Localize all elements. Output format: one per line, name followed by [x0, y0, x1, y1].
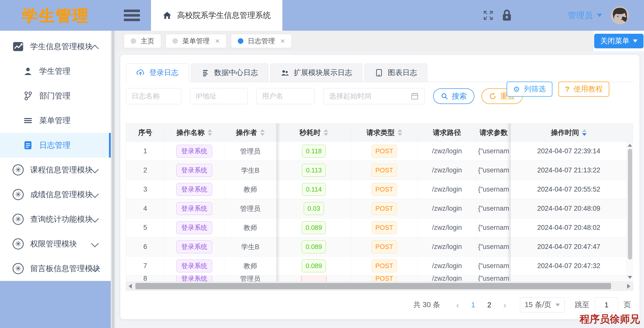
chart-badge-icon [13, 41, 24, 52]
sidebar-group-permission[interactable]: ✳ 权限管理模块 [0, 232, 111, 256]
user-dropdown[interactable]: 管理员 [568, 10, 602, 21]
hamburger-menu-icon[interactable] [124, 10, 140, 21]
cell-method: POST [351, 237, 418, 256]
col-operator[interactable]: 操作者 [224, 124, 277, 141]
table-row[interactable]: 3 登录系统 教师 0.114 POST /zwz/login {"userna… [126, 180, 633, 199]
sidebar-group-score[interactable]: ✳ 成绩信息管理模块 [0, 182, 111, 207]
cell-time: 2024-04-07 20:55:52 [511, 180, 627, 199]
cell-op: 登录系统 [165, 218, 224, 237]
scroll-up-arrow[interactable] [628, 144, 632, 147]
scroll-left-arrow[interactable] [129, 284, 132, 289]
tutorial-button[interactable]: ? 使用教程 [558, 82, 609, 97]
tab-extension-log[interactable]: 扩展模块展示日志 [270, 63, 362, 82]
sort-icon[interactable] [582, 129, 587, 136]
sort-icon[interactable] [398, 129, 402, 136]
tag-menu-mgmt[interactable]: 菜单管理 × [166, 34, 226, 48]
sidebar-item-label: 部门管理 [39, 91, 70, 101]
tab-datacenter-log[interactable]: 数据中心日志 [191, 63, 268, 82]
sidebar-group-message-board[interactable]: ✳ 留言板信息管理模块 [0, 256, 111, 281]
log-name-input[interactable]: 日志名称 [126, 88, 181, 104]
avatar[interactable] [611, 6, 629, 24]
close-icon[interactable]: × [281, 37, 285, 45]
sidebar-group-label: 课程信息管理模块 [30, 165, 93, 175]
sidebar-group-label: 权限管理模块 [30, 239, 77, 249]
sidebar-item-student-mgmt[interactable]: 学生管理 [0, 59, 111, 84]
close-icon[interactable]: × [215, 37, 220, 45]
op-tag: 登录系统 [176, 164, 212, 177]
system-title-box: 高校院系学生信息管理系统 [151, 0, 282, 31]
sidebar-group-course[interactable]: ✳ 课程信息管理模块 [0, 158, 111, 182]
app-logo: 学生管理 [0, 0, 111, 31]
method-tag: POST [372, 183, 397, 196]
table-row[interactable]: 1 登录系统 管理员 0.118 POST /zwz/login {"usern… [126, 142, 633, 161]
col-method[interactable]: 请求类型 [351, 124, 418, 141]
table-row[interactable]: 2 登录系统 学生B 0.113 POST /zwz/login {"usern… [126, 161, 633, 180]
jump-page-input[interactable]: 1 [595, 297, 618, 312]
username-input[interactable]: 用户名 [256, 88, 315, 104]
page: 学生管理 学生信息管理模块 学生管理 部门管理 菜单管理 [0, 0, 644, 328]
avatar-image [611, 6, 629, 24]
column-filter-button[interactable]: ⚙ 列筛选 [507, 82, 552, 97]
horizontal-scrollbar[interactable] [126, 281, 633, 291]
sidebar-group-label: 留言板信息管理模块 [30, 263, 100, 274]
sidebar-group-student-info[interactable]: 学生信息管理模块 [0, 34, 111, 59]
col-seconds[interactable]: 秒耗时 [277, 124, 351, 141]
sidebar-item-dept-mgmt[interactable]: 部门管理 [0, 84, 111, 108]
column-filter-label: 列筛选 [524, 84, 546, 94]
fullscreen-icon[interactable] [483, 9, 494, 22]
op-tag: 登录系统 [176, 240, 212, 253]
tag-log-mgmt[interactable]: 日志管理 × [231, 34, 292, 48]
sidebar-item-menu-mgmt[interactable]: 菜单管理 [0, 108, 111, 133]
table-row[interactable]: 7 登录系统 教师 0.089 POST /zwz/login {"userna… [126, 257, 633, 276]
method-tag: POST [372, 260, 397, 272]
scroll-thumb[interactable] [628, 149, 632, 260]
log-table: 序号 操作名称 操作者 秒耗时 请求类型 请求路径 请求参数 操作时间 1 登录… [126, 123, 633, 291]
cell-index: 5 [126, 218, 165, 237]
tab-chart-log[interactable]: 图表日志 [364, 63, 427, 82]
lock-icon[interactable] [501, 9, 512, 22]
scroll-thumb[interactable] [135, 283, 611, 289]
seconds-tag: 0.089 [302, 240, 326, 253]
op-tag: 登录系统 [176, 260, 212, 272]
cell-time: 2024-04-07 20:48:09 [511, 199, 627, 218]
filter-area: ⚙ 列筛选 ? 使用教程 日志名称 IP地址 用户名 选择起始时间 [126, 88, 634, 113]
sidebar-group-label: 查询统计功能模块 [30, 214, 93, 225]
start-time-picker[interactable]: 选择起始时间 [323, 88, 425, 104]
cell-op: 登录系统 [165, 257, 224, 275]
sort-icon[interactable] [324, 129, 328, 136]
ip-input[interactable]: IP地址 [190, 88, 248, 104]
vertical-scrollbar[interactable] [626, 142, 633, 281]
table-row[interactable]: 8 登录系统 管理员 POST /zwz/login {"usernam [126, 276, 633, 281]
cell-method: POST [351, 142, 418, 161]
scroll-down-arrow[interactable] [628, 276, 632, 279]
cell-operator: 教师 [224, 218, 277, 237]
table-row[interactable]: 6 登录系统 学生B 0.089 POST /zwz/login {"usern… [126, 237, 633, 257]
cell-method: POST [351, 218, 418, 237]
cell-seconds: 0.089 [277, 237, 351, 256]
prev-page-button[interactable]: ‹ [456, 300, 459, 310]
sidebar-group-query-stats[interactable]: ✳ 查询统计功能模块 [0, 207, 111, 232]
page-size-select[interactable]: 15 条/页 [520, 297, 565, 312]
cell-params: {"usernam [477, 161, 511, 180]
op-tag: 登录系统 [176, 276, 212, 281]
sort-icon[interactable] [208, 129, 212, 136]
next-page-button[interactable]: › [503, 300, 506, 310]
col-op-name[interactable]: 操作名称 [165, 124, 224, 141]
op-tag: 登录系统 [176, 145, 212, 158]
search-button[interactable]: 搜索 [433, 88, 474, 104]
scroll-right-arrow[interactable] [627, 284, 630, 289]
page-1[interactable]: 1 [471, 301, 475, 309]
tag-home[interactable]: 主页 [124, 34, 161, 48]
cell-path: /zwz/login [418, 276, 477, 281]
table-row[interactable]: 5 登录系统 教师 0.089 POST /zwz/login {"userna… [126, 218, 633, 237]
table-row[interactable]: 4 登录系统 管理员 0.03 POST /zwz/login {"userna… [126, 199, 633, 218]
sidebar-item-log-mgmt[interactable]: 日志管理 [0, 133, 111, 158]
tab-login-log[interactable]: 登录日志 [126, 63, 189, 82]
sidebar: 学生管理 学生信息管理模块 学生管理 部门管理 菜单管理 [0, 0, 111, 328]
cell-index: 7 [126, 257, 165, 275]
page-2[interactable]: 2 [487, 301, 491, 309]
close-menu-button[interactable]: 关闭菜单 [594, 34, 643, 48]
question-icon: ? [565, 85, 570, 93]
col-time[interactable]: 操作时间 [511, 124, 627, 141]
sort-icon[interactable] [260, 129, 265, 136]
